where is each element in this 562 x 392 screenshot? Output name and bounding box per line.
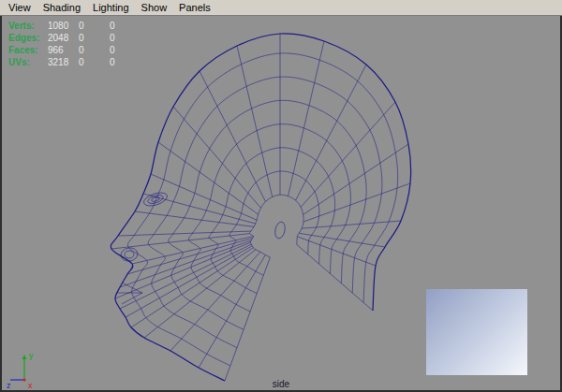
wireframe-edge bbox=[301, 102, 395, 207]
menu-panels[interactable]: Panels bbox=[173, 0, 217, 15]
wireframe-edge bbox=[199, 254, 265, 368]
wireframe-edge bbox=[151, 174, 257, 220]
hud-row-faces: Faces:96600 bbox=[8, 44, 140, 56]
hud-stat-label: Verts: bbox=[8, 20, 48, 32]
hud-stat-value: 0 bbox=[79, 44, 110, 56]
hud-stat-label: Faces: bbox=[8, 44, 48, 56]
wireframe-edge bbox=[118, 231, 251, 236]
y-axis-label: y bbox=[29, 351, 34, 360]
hud-stat-value: 2048 bbox=[48, 32, 79, 44]
wireframe-edge bbox=[135, 211, 254, 226]
hud-stat-value: 0 bbox=[110, 44, 140, 56]
wireframe-edge bbox=[200, 71, 266, 201]
wireframe-detail-loop bbox=[125, 251, 134, 258]
viewport-side[interactable]: Verts:108000Edges:204800Faces:96600UVs:3… bbox=[2, 16, 560, 390]
y-axis-arrowhead bbox=[22, 355, 27, 359]
wireframe-edge bbox=[111, 234, 250, 249]
wireframe-edge bbox=[299, 233, 385, 247]
wireframe-edge bbox=[303, 144, 408, 214]
hud-stat-label: UVs: bbox=[8, 56, 48, 68]
hud-row-edges: Edges:204800 bbox=[8, 32, 140, 44]
wireframe-edge bbox=[303, 183, 410, 222]
wireframe-edge bbox=[297, 244, 373, 311]
wireframe-edge bbox=[237, 46, 273, 197]
hud-stat-value: 966 bbox=[48, 44, 79, 56]
hud-stat-label: Edges: bbox=[8, 32, 48, 44]
wireframe-detail-loop bbox=[120, 247, 139, 263]
hud-stat-value: 0 bbox=[110, 56, 140, 68]
wireframe-edge bbox=[120, 244, 251, 309]
poly-count-hud: Verts:108000Edges:204800Faces:96600UVs:3… bbox=[8, 20, 140, 68]
hud-stat-value: 0 bbox=[110, 32, 140, 44]
wireframe-edge bbox=[225, 257, 270, 381]
wireframe-edge bbox=[158, 142, 259, 214]
wireframe-edge bbox=[297, 237, 376, 266]
axis-gizmo: y z x bbox=[6, 346, 49, 389]
hud-row-verts: Verts:108000 bbox=[8, 20, 140, 32]
x-axis-label: x bbox=[28, 381, 33, 389]
hud-stat-value: 0 bbox=[79, 20, 110, 32]
wireframe-detail-loop bbox=[274, 221, 287, 240]
hud-row-uvs: UVs:321800 bbox=[8, 56, 140, 68]
menu-show[interactable]: Show bbox=[136, 0, 174, 15]
x-axis-dot bbox=[22, 378, 25, 381]
menu-shading[interactable]: Shading bbox=[37, 0, 87, 15]
head-wireframe-mesh[interactable] bbox=[2, 16, 560, 390]
z-axis-label: z bbox=[7, 381, 11, 389]
hud-stat-value: 0 bbox=[79, 32, 110, 44]
maya-panel-window: ViewShadingLightingShowPanels Verts:1080… bbox=[0, 0, 562, 392]
wireframe-edge bbox=[296, 65, 366, 200]
menu-lighting[interactable]: Lighting bbox=[87, 0, 136, 15]
camera-name-label: side bbox=[273, 379, 289, 389]
hud-stat-value: 1080 bbox=[48, 20, 79, 32]
hud-stat-value: 0 bbox=[79, 56, 110, 68]
wireframe-edge bbox=[288, 41, 324, 196]
hud-stat-value: 0 bbox=[110, 20, 140, 32]
wireframe-edge bbox=[144, 250, 256, 338]
menu-view[interactable]: View bbox=[3, 0, 37, 15]
panel-menubar: ViewShadingLightingShowPanels bbox=[0, 0, 562, 16]
wireframe-detail-loop bbox=[151, 196, 160, 203]
hud-stat-value: 3218 bbox=[48, 56, 79, 68]
wireframe-edge bbox=[115, 242, 250, 298]
wireframe-edge bbox=[120, 240, 251, 287]
wireframe-edge bbox=[143, 194, 256, 224]
